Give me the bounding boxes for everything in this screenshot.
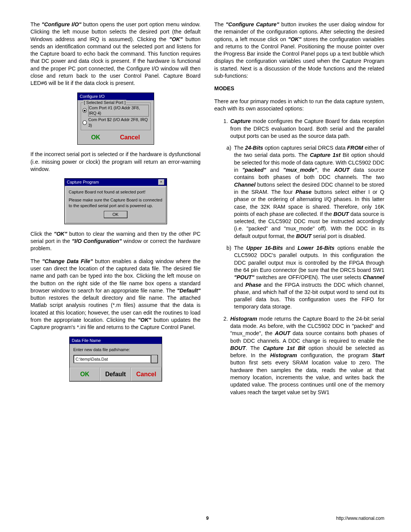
left-para-1: The "Configure I/O" button opens the use… — [30, 21, 201, 87]
cancel-button[interactable]: Cancel — [136, 371, 156, 377]
modes-intro: There are four primary modes in which to… — [214, 98, 384, 113]
mode-1b: b) The Upper 16-Bits and Lower 16-Bits o… — [226, 244, 384, 311]
ok-button[interactable]: OK — [80, 371, 89, 377]
data-file-name-dialog: Data File Name Enter new data file path/… — [69, 337, 162, 382]
error-line-2: Please make sure the Capture Board is co… — [69, 197, 162, 209]
ok-button[interactable]: OK — [91, 133, 100, 142]
close-icon[interactable]: × — [158, 179, 164, 185]
page-number: 9 — [206, 515, 209, 521]
radio-icon — [83, 108, 87, 113]
dialog-title: Configure I/O — [78, 93, 154, 100]
radio-com1[interactable]: Com Port #1 (I/O Addr 3F8, IRQ 4) — [83, 105, 149, 117]
mode-1-capture: 1. Capture mode configures the Capture B… — [223, 118, 384, 140]
left-para-2: If the incorrect serial port is selected… — [30, 151, 201, 173]
footer-url: http://www.national.com — [336, 515, 384, 521]
browse-button[interactable] — [151, 355, 158, 363]
dialog-title: Capture Program — [67, 179, 99, 185]
right-para-1: The "Configure Capture" button invokes t… — [214, 21, 384, 80]
radio-icon — [83, 120, 87, 125]
left-para-4: The "Change Data File" button enables a … — [30, 258, 201, 331]
default-button[interactable]: Default — [105, 371, 126, 377]
path-input[interactable]: C:\temp\Data.Dat — [73, 355, 151, 363]
mode-1a: a) The 24-Bits option captures serial DR… — [226, 144, 384, 240]
dialog-title: Data File Name — [70, 337, 162, 344]
radio-com2[interactable]: Com Port $2 (I/O Addr 2F8, IRQ 3) — [83, 117, 149, 128]
path-label: Enter new data file path/name: — [73, 347, 158, 353]
modes-heading: MODES — [214, 85, 384, 92]
error-line-1: Capture Board not found at selected port… — [69, 189, 162, 195]
ok-button[interactable]: OK — [104, 211, 127, 218]
capture-program-error-dialog: Capture Program × Capture Board not foun… — [64, 178, 167, 224]
mode-2-histogram: 2. Histogram mode returns the Capture Bo… — [223, 315, 384, 396]
cancel-button[interactable]: Cancel — [120, 133, 140, 142]
group-legend: [ Selected Serial Port ] — [83, 100, 126, 105]
left-para-3: Click the "OK" button to clear the warni… — [30, 230, 201, 252]
configure-io-dialog: Configure I/O [ Selected Serial Port ] C… — [77, 93, 154, 145]
